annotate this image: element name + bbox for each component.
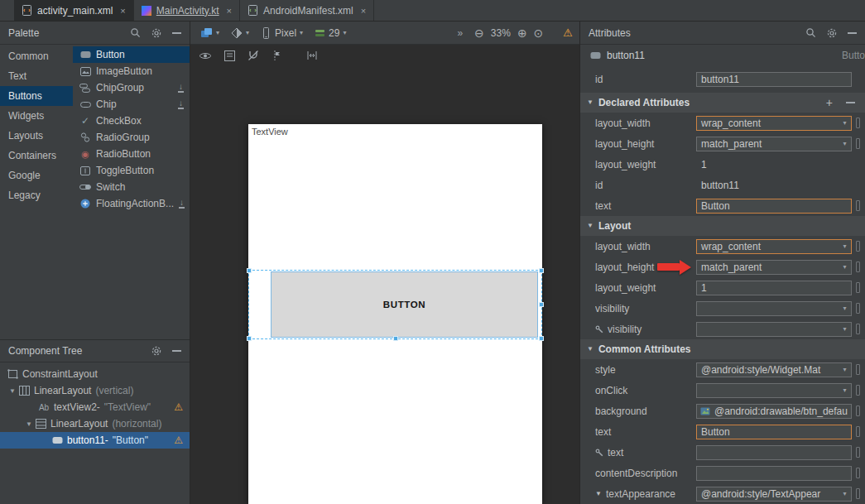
tab-activity-main-xml[interactable]: activity_main.xml × — [14, 0, 134, 21]
id-field[interactable]: button11 — [696, 72, 852, 87]
category-text[interactable]: Text — [0, 66, 73, 86]
pin-toggle-icon[interactable] — [856, 138, 860, 149]
close-tab-icon[interactable]: × — [361, 6, 366, 16]
chevron-down-icon[interactable]: ▼ — [7, 387, 18, 395]
canvas-button[interactable]: BUTTON — [271, 271, 538, 338]
pin-toggle-icon[interactable] — [856, 282, 860, 293]
resize-handle[interactable] — [247, 336, 252, 341]
category-layouts[interactable]: Layouts — [0, 126, 73, 146]
download-icon[interactable]: ↓ — [178, 83, 184, 93]
chevron-down-icon[interactable]: ▼ — [595, 491, 602, 497]
pin-toggle-icon[interactable] — [856, 200, 860, 211]
pin-toggle-icon[interactable] — [856, 426, 860, 437]
tree-item-linearlayout-horizontal[interactable]: ▼ LinearLayout (horizontal) — [0, 415, 190, 432]
category-common[interactable]: Common — [0, 46, 73, 66]
zoom-to-fit-icon[interactable]: ⊙ — [534, 27, 544, 39]
resize-handle[interactable] — [539, 336, 544, 341]
canvas-textview[interactable]: TextView — [252, 127, 288, 137]
add-attribute-icon[interactable]: + — [826, 97, 833, 108]
category-containers[interactable]: Containers — [0, 146, 73, 166]
tools-visibility-combo[interactable]: ▾ — [696, 322, 852, 337]
layout-width-combo[interactable]: wrap_content▾ — [696, 239, 852, 254]
pin-toggle-icon[interactable] — [856, 324, 860, 334]
component-button[interactable]: Button — [73, 46, 190, 63]
tree-item-button11[interactable]: button11- "Button" ⚠ — [0, 432, 190, 449]
pin-toggle-icon[interactable] — [856, 488, 860, 499]
section-common-attributes[interactable]: ▼ Common Attributes — [580, 339, 865, 359]
device-artboard[interactable]: TextView BUTTON — [248, 124, 542, 504]
hide-panel-icon[interactable] — [848, 32, 857, 34]
toolbar-overflow-icon[interactable]: » — [457, 28, 463, 38]
pin-toggle-icon[interactable] — [856, 303, 860, 314]
tree-item-textview2[interactable]: Ab textView2- "TextView" ⚠ — [0, 399, 190, 415]
pin-toggle-icon[interactable] — [856, 468, 860, 478]
tools-text-field[interactable] — [696, 445, 852, 460]
component-chipgroup[interactable]: ChipGroup ↓ — [73, 79, 190, 96]
magnet-off-icon[interactable] — [247, 50, 259, 61]
category-widgets[interactable]: Widgets — [0, 106, 73, 126]
api-level-selector[interactable]: 29 ▾ — [315, 27, 346, 39]
pin-toggle-icon[interactable] — [856, 447, 860, 458]
blueprint-toggle-icon[interactable] — [224, 50, 235, 61]
resize-handle[interactable] — [247, 268, 252, 273]
resize-handle[interactable] — [393, 336, 398, 341]
tab-mainactivity-kt[interactable]: MainActivity.kt × — [134, 0, 240, 21]
view-options-eye-icon[interactable] — [199, 51, 212, 60]
component-chip[interactable]: Chip ↓ — [73, 96, 190, 113]
pin-toggle-icon[interactable] — [856, 262, 860, 272]
resize-handle[interactable] — [539, 302, 544, 307]
category-google[interactable]: Google — [0, 166, 73, 185]
orientation-selector[interactable]: ▾ — [231, 27, 249, 39]
tab-androidmanifest-xml[interactable]: AndroidManifest.xml × — [240, 0, 374, 21]
download-icon[interactable]: ↓ — [179, 199, 185, 209]
contentdescription-field[interactable] — [696, 466, 852, 481]
component-radiogroup[interactable]: RadioGroup — [73, 129, 190, 146]
distribute-icon[interactable] — [306, 50, 318, 60]
surface-mode-selector[interactable]: ▾ — [200, 27, 219, 39]
layout-height-combo[interactable]: match_parent▾ — [696, 260, 852, 275]
hide-panel-icon[interactable] — [172, 350, 181, 352]
component-togglebutton[interactable]: ToggleButton — [73, 162, 190, 179]
id-value[interactable]: button11 — [696, 180, 739, 191]
guidelines-icon[interactable] — [272, 50, 281, 61]
pin-toggle-icon[interactable] — [856, 406, 860, 416]
close-tab-icon[interactable]: × — [120, 6, 125, 16]
selection-outline[interactable]: BUTTON — [248, 270, 542, 339]
category-legacy[interactable]: Legacy — [0, 185, 73, 205]
pin-toggle-icon[interactable] — [856, 241, 860, 252]
search-icon[interactable] — [130, 27, 141, 38]
component-switch[interactable]: Switch — [73, 179, 190, 195]
remove-attribute-icon[interactable] — [846, 102, 855, 103]
chevron-down-icon[interactable]: ▼ — [23, 420, 35, 428]
hide-panel-icon[interactable] — [172, 32, 181, 34]
component-floatingactionbutton[interactable]: FloatingActionB... ↓ — [73, 195, 190, 212]
tree-item-constraintlayout[interactable]: ConstraintLayout — [0, 366, 190, 382]
layout-weight-field[interactable]: 1 — [696, 281, 852, 295]
resize-handle[interactable] — [539, 268, 544, 273]
background-field[interactable]: @android:drawable/btn_defau — [696, 404, 852, 419]
section-declared-attributes[interactable]: ▼ Declared Attributes + — [580, 93, 865, 113]
section-layout[interactable]: ▼ Layout — [580, 216, 865, 236]
design-canvas[interactable]: TextView BUTTON — [190, 45, 579, 504]
layout-height-combo[interactable]: match_parent▾ — [696, 137, 852, 151]
layout-width-combo[interactable]: wrap_content▾ — [696, 116, 852, 131]
gear-icon[interactable] — [826, 27, 838, 39]
search-icon[interactable] — [805, 27, 816, 38]
component-radiobutton[interactable]: ◉ RadioButton — [73, 146, 190, 162]
close-tab-icon[interactable]: × — [227, 6, 232, 16]
category-buttons[interactable]: Buttons — [0, 86, 73, 106]
gear-icon[interactable] — [151, 27, 162, 39]
zoom-out-icon[interactable]: ⊖ — [474, 27, 484, 39]
text-field[interactable]: Button — [696, 425, 852, 439]
component-imagebutton[interactable]: ImageButton — [73, 63, 190, 79]
pin-toggle-icon[interactable] — [856, 364, 860, 375]
pin-toggle-icon[interactable] — [856, 385, 860, 396]
component-checkbox[interactable]: ✓ CheckBox — [73, 113, 190, 129]
device-selector[interactable]: Pixel ▾ — [261, 27, 303, 39]
visibility-combo[interactable]: ▾ — [696, 301, 852, 316]
pin-toggle-icon[interactable] — [856, 118, 860, 128]
layout-weight-value[interactable]: 1 — [696, 159, 707, 170]
warning-icon[interactable]: ⚠ — [563, 27, 573, 38]
zoom-in-icon[interactable]: ⊕ — [517, 27, 527, 39]
textappearance-combo[interactable]: @android:style/TextAppear▾ — [696, 487, 852, 502]
